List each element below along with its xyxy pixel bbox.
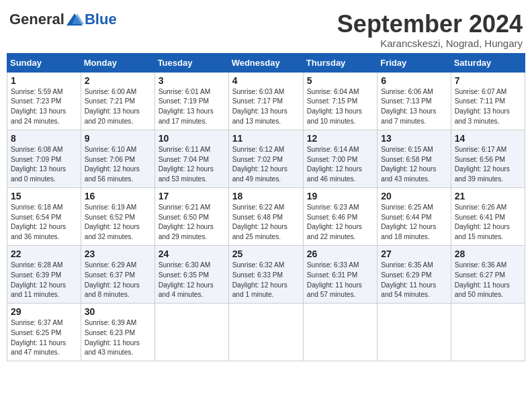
- day-number-13: 13: [381, 133, 447, 144]
- day-number-12: 12: [307, 133, 373, 144]
- logo-icon: [65, 12, 84, 27]
- day-info-6: Sunrise: 6:06 AMSunset: 7:13 PMDaylight:…: [381, 87, 447, 127]
- day-cell-13: 13 Sunrise: 6:15 AMSunset: 6:58 PMDaylig…: [378, 130, 451, 187]
- day-info-4: Sunrise: 6:03 AMSunset: 7:17 PMDaylight:…: [232, 87, 300, 127]
- day-cell-10: 10 Sunrise: 6:11 AMSunset: 7:04 PMDaylig…: [154, 130, 228, 187]
- day-cell-8: 8 Sunrise: 6:08 AMSunset: 7:09 PMDayligh…: [7, 130, 81, 187]
- day-number-24: 24: [159, 248, 225, 259]
- day-number-5: 5: [307, 75, 373, 86]
- day-number-16: 16: [85, 191, 151, 201]
- day-info-28: Sunrise: 6:36 AMSunset: 6:27 PMDaylight:…: [455, 261, 521, 300]
- day-number-18: 18: [232, 191, 300, 201]
- day-number-30: 30: [85, 306, 151, 317]
- header-monday: Monday: [81, 53, 154, 72]
- weekday-header-row: Sunday Monday Tuesday Wednesday Thursday…: [7, 53, 525, 72]
- day-cell-14: 14 Sunrise: 6:17 AMSunset: 6:56 PMDaylig…: [451, 130, 525, 187]
- header-tuesday: Tuesday: [154, 53, 228, 72]
- day-cell-7: 7 Sunrise: 6:07 AMSunset: 7:11 PMDayligh…: [451, 72, 525, 130]
- day-cell-4: 4 Sunrise: 6:03 AMSunset: 7:17 PMDayligh…: [228, 72, 303, 130]
- day-number-10: 10: [159, 133, 225, 144]
- header-thursday: Thursday: [303, 53, 377, 72]
- week-row-1: 1 Sunrise: 5:59 AMSunset: 7:23 PMDayligh…: [7, 72, 525, 130]
- day-number-21: 21: [455, 191, 521, 201]
- day-cell-16: 16 Sunrise: 6:19 AMSunset: 6:52 PMDaylig…: [81, 187, 154, 245]
- day-cell-24: 24 Sunrise: 6:30 AMSunset: 6:35 PMDaylig…: [154, 245, 228, 303]
- day-info-11: Sunrise: 6:12 AMSunset: 7:02 PMDaylight:…: [232, 145, 300, 185]
- header-friday: Friday: [378, 53, 451, 72]
- empty-cell: [303, 304, 377, 361]
- week-row-2: 8 Sunrise: 6:08 AMSunset: 7:09 PMDayligh…: [7, 130, 525, 187]
- day-info-29: Sunrise: 6:37 AMSunset: 6:25 PMDaylight:…: [11, 318, 77, 358]
- day-number-22: 22: [11, 248, 77, 259]
- day-cell-18: 18 Sunrise: 6:22 AMSunset: 6:48 PMDaylig…: [228, 187, 303, 245]
- day-number-3: 3: [159, 75, 225, 86]
- day-info-5: Sunrise: 6:04 AMSunset: 7:15 PMDaylight:…: [307, 87, 373, 127]
- day-number-27: 27: [381, 248, 447, 259]
- day-info-25: Sunrise: 6:32 AMSunset: 6:33 PMDaylight:…: [232, 261, 300, 300]
- day-info-9: Sunrise: 6:10 AMSunset: 7:06 PMDaylight:…: [85, 145, 151, 185]
- day-cell-23: 23 Sunrise: 6:29 AMSunset: 6:37 PMDaylig…: [81, 245, 154, 303]
- day-number-28: 28: [455, 248, 521, 259]
- day-number-19: 19: [307, 191, 373, 201]
- empty-cell: [378, 304, 451, 361]
- week-row-5: 29 Sunrise: 6:37 AMSunset: 6:25 PMDaylig…: [7, 304, 525, 361]
- day-cell-9: 9 Sunrise: 6:10 AMSunset: 7:06 PMDayligh…: [81, 130, 154, 187]
- day-info-7: Sunrise: 6:07 AMSunset: 7:11 PMDaylight:…: [455, 87, 521, 127]
- day-number-29: 29: [11, 306, 77, 317]
- day-number-23: 23: [85, 248, 151, 259]
- location: Karancskeszi, Nograd, Hungary: [337, 38, 523, 49]
- day-number-1: 1: [11, 75, 77, 86]
- day-cell-15: 15 Sunrise: 6:18 AMSunset: 6:54 PMDaylig…: [7, 187, 81, 245]
- day-info-13: Sunrise: 6:15 AMSunset: 6:58 PMDaylight:…: [381, 145, 447, 185]
- empty-cell: [154, 304, 228, 361]
- day-info-15: Sunrise: 6:18 AMSunset: 6:54 PMDaylight:…: [11, 203, 77, 242]
- day-info-12: Sunrise: 6:14 AMSunset: 7:00 PMDaylight:…: [307, 145, 373, 185]
- day-number-6: 6: [381, 75, 447, 86]
- day-cell-5: 5 Sunrise: 6:04 AMSunset: 7:15 PMDayligh…: [303, 72, 377, 130]
- day-number-20: 20: [381, 191, 447, 201]
- day-number-15: 15: [11, 191, 77, 201]
- day-info-19: Sunrise: 6:23 AMSunset: 6:46 PMDaylight:…: [307, 203, 373, 242]
- day-cell-11: 11 Sunrise: 6:12 AMSunset: 7:02 PMDaylig…: [228, 130, 303, 187]
- day-cell-1: 1 Sunrise: 5:59 AMSunset: 7:23 PMDayligh…: [7, 72, 81, 130]
- day-info-27: Sunrise: 6:35 AMSunset: 6:29 PMDaylight:…: [381, 261, 447, 300]
- day-info-17: Sunrise: 6:21 AMSunset: 6:50 PMDaylight:…: [159, 203, 225, 242]
- day-cell-3: 3 Sunrise: 6:01 AMSunset: 7:19 PMDayligh…: [154, 72, 228, 130]
- day-info-16: Sunrise: 6:19 AMSunset: 6:52 PMDaylight:…: [85, 203, 151, 242]
- page-header: General Blue September 2024 Karancskeszi…: [7, 7, 525, 49]
- day-number-14: 14: [455, 133, 521, 144]
- week-row-3: 15 Sunrise: 6:18 AMSunset: 6:54 PMDaylig…: [7, 187, 525, 245]
- day-cell-27: 27 Sunrise: 6:35 AMSunset: 6:29 PMDaylig…: [378, 245, 451, 303]
- day-number-25: 25: [232, 248, 300, 259]
- day-cell-21: 21 Sunrise: 6:26 AMSunset: 6:41 PMDaylig…: [451, 187, 525, 245]
- header-sunday: Sunday: [7, 53, 81, 72]
- day-cell-29: 29 Sunrise: 6:37 AMSunset: 6:25 PMDaylig…: [7, 304, 81, 361]
- day-cell-6: 6 Sunrise: 6:06 AMSunset: 7:13 PMDayligh…: [378, 72, 451, 130]
- day-number-2: 2: [85, 75, 151, 86]
- day-cell-22: 22 Sunrise: 6:28 AMSunset: 6:39 PMDaylig…: [7, 245, 81, 303]
- day-number-4: 4: [232, 75, 300, 86]
- day-info-23: Sunrise: 6:29 AMSunset: 6:37 PMDaylight:…: [85, 261, 151, 300]
- day-cell-26: 26 Sunrise: 6:33 AMSunset: 6:31 PMDaylig…: [303, 245, 377, 303]
- day-number-8: 8: [11, 133, 77, 144]
- day-number-7: 7: [455, 75, 521, 86]
- day-info-8: Sunrise: 6:08 AMSunset: 7:09 PMDaylight:…: [11, 145, 77, 185]
- day-cell-19: 19 Sunrise: 6:23 AMSunset: 6:46 PMDaylig…: [303, 187, 377, 245]
- day-number-11: 11: [232, 133, 300, 144]
- day-info-20: Sunrise: 6:25 AMSunset: 6:44 PMDaylight:…: [381, 203, 447, 242]
- day-info-18: Sunrise: 6:22 AMSunset: 6:48 PMDaylight:…: [232, 203, 300, 242]
- empty-cell: [228, 304, 303, 361]
- day-info-2: Sunrise: 6:00 AMSunset: 7:21 PMDaylight:…: [85, 87, 151, 127]
- header-wednesday: Wednesday: [228, 53, 303, 72]
- day-cell-30: 30 Sunrise: 6:39 AMSunset: 6:23 PMDaylig…: [81, 304, 154, 361]
- header-saturday: Saturday: [451, 53, 525, 72]
- logo: General Blue: [9, 11, 117, 28]
- day-info-22: Sunrise: 6:28 AMSunset: 6:39 PMDaylight:…: [11, 261, 77, 300]
- day-cell-28: 28 Sunrise: 6:36 AMSunset: 6:27 PMDaylig…: [451, 245, 525, 303]
- day-cell-25: 25 Sunrise: 6:32 AMSunset: 6:33 PMDaylig…: [228, 245, 303, 303]
- day-info-14: Sunrise: 6:17 AMSunset: 6:56 PMDaylight:…: [455, 145, 521, 185]
- day-info-26: Sunrise: 6:33 AMSunset: 6:31 PMDaylight:…: [307, 261, 373, 300]
- day-number-9: 9: [85, 133, 151, 144]
- day-info-24: Sunrise: 6:30 AMSunset: 6:35 PMDaylight:…: [159, 261, 225, 300]
- day-info-21: Sunrise: 6:26 AMSunset: 6:41 PMDaylight:…: [455, 203, 521, 242]
